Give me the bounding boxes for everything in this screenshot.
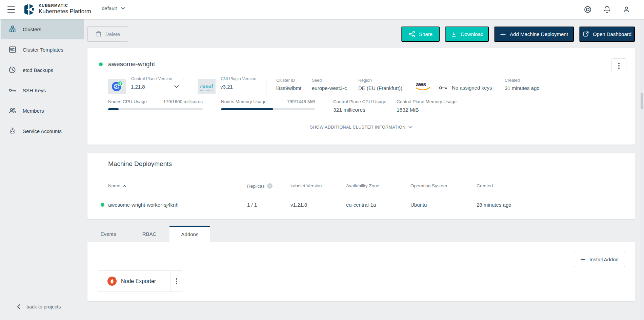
info-icon[interactable]: i	[267, 183, 273, 189]
addon-kebab-button[interactable]	[170, 271, 183, 291]
history-icon	[8, 66, 17, 74]
tab-events[interactable]: Events	[87, 226, 129, 242]
addons-panel: Install Addon Node Exporter	[87, 242, 635, 301]
brand-product: Kubernetes Platform	[39, 8, 91, 15]
nodes-cpu-usage: Nodes CPU Usage 179/1600 millicores	[108, 99, 203, 110]
cp-memory-label: Control Plane Memory Usage	[397, 99, 457, 104]
md-name: awesome-wright-worker-sj4knh	[108, 202, 179, 208]
machine-deployment-row[interactable]: awesome-wright-worker-sj4knh 1 / 1 v1.21…	[87, 193, 635, 217]
seed-field: Seed europe-west3-c	[312, 78, 347, 91]
sidebar-item-label: SSH Keys	[23, 88, 46, 93]
md-availability-zone: eu-central-1a	[346, 202, 376, 208]
column-header-replicas: Replicas i	[247, 183, 273, 189]
control-plane-version-select[interactable]: Control Plane Version 1.21.8	[108, 79, 184, 94]
column-header-kubelet-version: kubelet Version	[290, 183, 322, 188]
robot-icon	[8, 127, 17, 135]
back-to-projects-label: back to projects	[26, 304, 61, 309]
column-header-availability-zone: Availability Zone	[346, 183, 379, 188]
control-plane-memory-usage: Control Plane Memory Usage 1632 MiB	[397, 99, 457, 113]
brand-text: KUBERMATIC Kubernetes Platform	[39, 3, 91, 15]
sidebar: Clusters Cluster Templates etcd Backup	[0, 19, 85, 320]
md-operating-system: Ubuntu	[410, 202, 427, 208]
tab-addons[interactable]: Addons	[169, 226, 210, 242]
sidebar-item-members[interactable]: Members	[1, 100, 84, 121]
nodes-memory-usage: Nodes Memory Usage 799/1446 MiB	[221, 99, 315, 110]
seed-value: europe-west3-c	[312, 85, 347, 91]
md-replicas: 1 / 1	[247, 202, 257, 208]
download-button[interactable]: Download	[445, 26, 489, 42]
control-plane-version-value: 1.21.8	[131, 84, 145, 90]
plus-icon	[500, 31, 506, 37]
project-selector-value: default	[102, 5, 117, 11]
cluster-name: awesome-wright	[108, 60, 155, 68]
install-addon-button[interactable]: Install Addon	[574, 252, 625, 267]
md-kubelet-version: v1.21.8	[290, 202, 307, 208]
cluster-details-row: Control Plane Version 1.21.8 canal CNI P…	[87, 77, 635, 95]
nodes-memory-label: Nodes Memory Usage	[221, 99, 266, 104]
nodes-cpu-progressbar	[108, 108, 203, 110]
cni-plugin-version-field: canal CNI Plugin Version v3.21	[198, 79, 266, 94]
delete-button-label: Delete	[105, 31, 120, 37]
sidebar-item-etcd-backups[interactable]: etcd Backups	[1, 60, 84, 80]
prometheus-icon	[107, 277, 117, 286]
hamburger-menu-icon[interactable]	[7, 6, 16, 13]
aws-provider-icon: aws	[415, 81, 431, 92]
sidebar-item-service-accounts[interactable]: Service Accounts	[1, 121, 84, 141]
machine-deployments-card: Machine Deployments Name Replicas i kube…	[87, 153, 635, 219]
canal-logo-icon: canal	[198, 79, 216, 94]
created-value: 31 minutes ago	[505, 85, 540, 91]
page-scrollbar[interactable]	[640, 19, 644, 320]
members-icon	[8, 107, 17, 115]
project-selector[interactable]: default	[102, 5, 125, 11]
sidebar-item-label: Clusters	[23, 26, 41, 32]
column-header-created: Created	[477, 183, 493, 188]
cni-plugin-version-label: CNI Plugin Version	[219, 76, 258, 81]
control-plane-version-label: Control Plane Version	[129, 76, 174, 81]
column-header-operating-system: Operating System	[410, 183, 447, 188]
sort-ascending-icon	[123, 185, 126, 187]
seed-label: Seed	[312, 78, 347, 83]
cni-plugin-version-value: v3.21	[220, 84, 233, 90]
cluster-id-field: Cluster ID l8ss9wlbmt	[276, 78, 301, 91]
svg-text:aws: aws	[416, 81, 426, 87]
sidebar-item-cluster-templates[interactable]: Cluster Templates	[1, 39, 84, 60]
sidebar-item-ssh-keys[interactable]: SSH Keys	[1, 80, 84, 100]
share-button-label: Share	[419, 31, 432, 37]
chevron-down-icon	[121, 7, 125, 10]
cluster-actions-kebab-button[interactable]	[611, 58, 626, 73]
region-value: DE (EU (Frankfurt))	[358, 85, 402, 91]
cp-cpu-value: 321 millicores	[333, 107, 386, 113]
cp-cpu-label: Control Plane CPU Usage	[333, 99, 386, 104]
tab-rbac[interactable]: RBAC	[129, 226, 169, 242]
top-header: KUBERMATIC Kubernetes Platform default	[0, 0, 644, 19]
main-content: Delete Share	[85, 19, 640, 320]
brand-name: KUBERMATIC	[39, 3, 91, 7]
ssh-keys-field[interactable]: No assigned keys	[439, 85, 492, 91]
app-root: KUBERMATIC Kubernetes Platform default	[0, 0, 644, 320]
column-header-name[interactable]: Name	[108, 183, 126, 188]
add-machine-deployment-button[interactable]: Add Machine Deployment	[494, 26, 574, 42]
cluster-id-label: Cluster ID	[276, 78, 301, 83]
open-dashboard-button[interactable]: Open Dashboard	[579, 26, 635, 42]
show-additional-cluster-information-toggle[interactable]: SHOW ADDITIONAL CLUSTER INFORMATION	[87, 124, 635, 130]
user-account-icon[interactable]	[622, 5, 630, 14]
back-to-projects-link[interactable]: back to projects	[17, 304, 61, 310]
created-field: Created 31 minutes ago	[505, 78, 540, 91]
scrollbar-thumb[interactable]	[641, 93, 643, 109]
nodes-cpu-label: Nodes CPU Usage	[108, 99, 147, 104]
external-link-icon	[583, 31, 589, 37]
cluster-toolbar: Delete Share	[87, 26, 635, 42]
chevron-down-icon	[174, 85, 179, 88]
created-label: Created	[505, 78, 540, 83]
nodes-memory-progressbar	[221, 108, 315, 110]
sidebar-item-clusters[interactable]: Clusters	[1, 19, 84, 39]
sidebar-item-label: Cluster Templates	[23, 47, 63, 53]
help-icon[interactable]	[584, 5, 592, 14]
notifications-bell-icon[interactable]	[603, 5, 611, 14]
share-button[interactable]: Share	[401, 26, 440, 42]
download-icon	[450, 31, 457, 38]
delete-button[interactable]: Delete	[87, 26, 128, 42]
cp-memory-value: 1632 MiB	[397, 107, 457, 113]
sidebar-item-label: Members	[23, 108, 44, 114]
ssh-keys-value: No assigned keys	[452, 85, 492, 91]
